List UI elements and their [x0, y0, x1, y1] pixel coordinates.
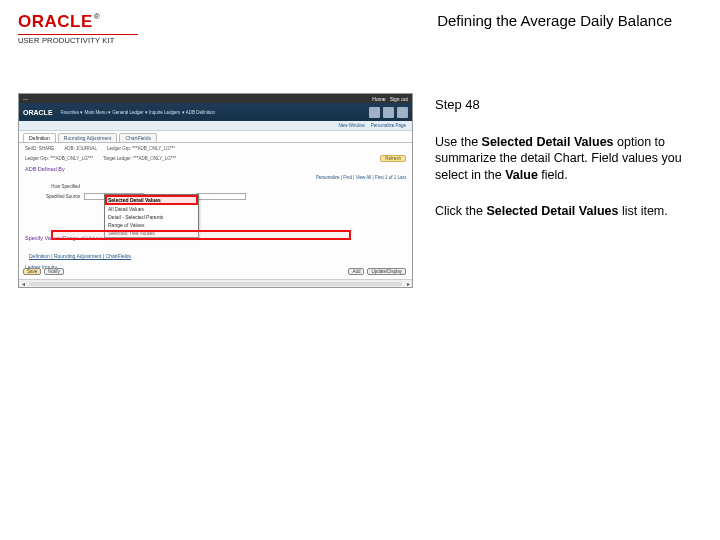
- home-link[interactable]: Home: [372, 96, 385, 102]
- instruction-1: Use the Selected Detail Values option to…: [435, 134, 683, 183]
- scroll-right-icon[interactable]: ▸: [404, 280, 412, 287]
- option-selected-detail-values[interactable]: Selected Detail Values: [105, 195, 198, 205]
- oracle-logo-text: ORACLE: [18, 12, 93, 31]
- option-range-of-values[interactable]: Range of Values: [105, 221, 198, 229]
- finder-text[interactable]: Personalize | Find | View All | First 1 …: [316, 175, 406, 180]
- info-bar: SetID: SHARE ADB: JOURNAL Ledger Grp: **…: [19, 143, 412, 153]
- page-title: Defining the Average Daily Balance: [437, 12, 672, 29]
- app-topbar: — Home Sign out: [19, 94, 412, 103]
- how-chartfield-field[interactable]: [196, 193, 246, 200]
- save-button[interactable]: Save: [23, 268, 41, 275]
- refresh-button[interactable]: Refresh: [380, 155, 406, 162]
- specified-source-label: Specified Source: [25, 194, 80, 199]
- subtab-row: New Window Personalize Page: [19, 121, 412, 131]
- instr2-part-a: Click the: [435, 204, 486, 218]
- tab-rounding[interactable]: Rounding Adjustment: [58, 133, 118, 142]
- info-ledger: Ledger Grp: ***ADB_ONLY_LG***: [107, 146, 175, 151]
- new-window-link[interactable]: New Window: [338, 123, 364, 128]
- toolbar-icon[interactable]: [383, 107, 394, 118]
- scrollbar[interactable]: ◂ ▸: [19, 279, 412, 287]
- instr1-part-e: field.: [538, 168, 568, 182]
- instr1-bold-2: Value: [505, 168, 538, 182]
- topbar-left: —: [23, 96, 28, 102]
- how-specified-label: How Specified: [25, 184, 80, 189]
- scroll-track[interactable]: [29, 282, 402, 286]
- oracle-logo-block: ORACLE® USER PRODUCTIVITY KIT: [18, 12, 138, 45]
- info-ledger2: Ledger Grp: ***ADB_ONLY_LG***: [25, 156, 93, 161]
- highlight-box: [51, 230, 351, 240]
- logo-divider: [18, 34, 138, 35]
- info-bar-2: Ledger Grp: ***ADB_ONLY_LG*** Target Led…: [19, 153, 412, 163]
- option-all-detail-values[interactable]: All Detail Values: [105, 205, 198, 213]
- step-label: Step 48: [435, 97, 683, 112]
- add-button[interactable]: Add: [348, 268, 364, 275]
- instr1-part-a: Use the: [435, 135, 482, 149]
- info-target: Target Ledger: ***ADB_ONLY_LG***: [103, 156, 176, 161]
- section-adb-defined: ADB Defined By: [19, 163, 412, 173]
- tab-chartfields[interactable]: ChartFields: [119, 133, 157, 142]
- embedded-screenshot: — Home Sign out ORACLE Favorites ▾ Main …: [18, 93, 413, 288]
- scroll-left-icon[interactable]: ◂: [19, 280, 27, 287]
- notify-button[interactable]: Notify: [44, 268, 64, 275]
- breadcrumb[interactable]: Favorites ▾ Main Menu ▾ General Ledger ▾…: [61, 110, 215, 115]
- app-banner: ORACLE Favorites ▾ Main Menu ▾ General L…: [19, 103, 412, 121]
- toolbar-icon[interactable]: [369, 107, 380, 118]
- finder-bar[interactable]: Personalize | Find | View All | First 1 …: [19, 173, 412, 182]
- instr2-part-c: list item.: [618, 204, 667, 218]
- instr2-bold: Selected Detail Values: [486, 204, 618, 218]
- instr1-bold-1: Selected Detail Values: [482, 135, 614, 149]
- signout-link[interactable]: Sign out: [390, 96, 408, 102]
- tab-definition[interactable]: Definition: [23, 133, 56, 142]
- instruction-2: Click the Selected Detail Values list it…: [435, 203, 683, 219]
- footer-tab-links[interactable]: Definition | Rounding Adjustment | Chart…: [23, 247, 137, 265]
- logo-subtitle: USER PRODUCTIVITY KIT: [18, 36, 138, 45]
- update-button[interactable]: Update/Display: [367, 268, 406, 275]
- oracle-tm: ®: [94, 12, 100, 21]
- toolbar-icon[interactable]: [397, 107, 408, 118]
- personalize-link[interactable]: Personalize Page: [371, 123, 406, 128]
- option-detail-selected-parents[interactable]: Detail - Selected Parents: [105, 213, 198, 221]
- app-brand: ORACLE: [23, 109, 53, 116]
- info-adb: ADB: JOURNAL: [64, 146, 97, 151]
- info-setid: SetID: SHARE: [25, 146, 54, 151]
- tab-row: Definition Rounding Adjustment ChartFiel…: [19, 131, 412, 143]
